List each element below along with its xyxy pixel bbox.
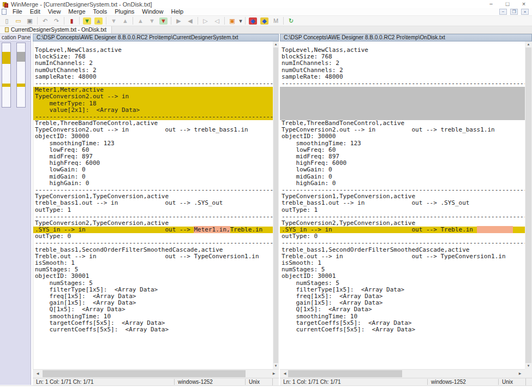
location-diff-band[interactable] [2, 52, 10, 64]
editor-line[interactable]: numOutChannels: 2 [280, 67, 525, 74]
child-close-icon[interactable]: × [521, 9, 529, 15]
editor-line[interactable]: smoothingTime: 123 [33, 140, 273, 147]
select-files-button[interactable]: ▮ [66, 16, 77, 26]
open-button[interactable]: ▭ [13, 16, 24, 26]
scroll-up-icon[interactable]: ▲ [525, 41, 532, 47]
editor-line[interactable]: numStages: 5 [33, 280, 273, 287]
editor-line[interactable]: numInChannels: 2 [280, 60, 525, 67]
ghost-line[interactable] [280, 87, 525, 93]
left-hscroll-thumb[interactable] [43, 370, 246, 377]
editor-line[interactable]: treble_bass1,SecondOrderFilterSmoothedCa… [280, 247, 525, 253]
editor-line[interactable]: Q[1x5]: <Array Data> [280, 306, 525, 313]
right-horizontal-scrollbar[interactable]: ◀ ▶ [280, 369, 525, 378]
menu-file[interactable]: File [9, 8, 26, 15]
merge-mode-button[interactable]: M [270, 16, 282, 26]
editor-line[interactable]: numOutChannels: 2 [33, 67, 273, 74]
child-minimize-icon[interactable]: − [499, 9, 507, 15]
right-file-path-header[interactable]: C:\DSP Concepts\AWE Designer 8.B.0.0.RC2… [280, 34, 532, 41]
scroll-right-icon[interactable]: ▶ [516, 370, 524, 378]
copy-left-advance-button[interactable]: ◁ [211, 16, 223, 26]
location-diff-band[interactable] [17, 84, 25, 87]
menu-help[interactable]: Help [167, 8, 187, 15]
editor-line[interactable]: Q[1x5]: <Array Data> [33, 306, 273, 313]
editor-line[interactable]: numStages: 5 [280, 280, 525, 287]
minimize-icon[interactable]: − [483, 0, 499, 8]
tab-compare-files[interactable]: CurrentDesignerSystem.txt - OnDisk.txt [0, 26, 112, 33]
auto-merge-dropdown-button[interactable]: ▾ [238, 16, 243, 26]
ghost-line[interactable] [280, 107, 525, 114]
editor-line[interactable]: midGain: 0 [33, 174, 273, 180]
editor-line[interactable]: outType: 1 [33, 207, 273, 213]
editor-line[interactable]: lowGain: 0 [33, 167, 273, 173]
next-difference-x2-button[interactable]: ▼ [108, 16, 119, 26]
scroll-right-icon[interactable]: ▶ [270, 370, 278, 378]
first-difference-button[interactable]: ▲ [135, 16, 146, 26]
child-restore-icon[interactable]: ❐ [510, 9, 518, 15]
editor-line[interactable]: objectID: 30000 [33, 133, 273, 140]
auto-merge-button[interactable]: ▣ [226, 16, 238, 26]
editor-line[interactable]: ----------------------------------------… [33, 240, 273, 246]
editor-line[interactable]: treble_bass1,SecondOrderFilterSmoothedCa… [33, 247, 273, 253]
location-diff-band[interactable] [2, 84, 10, 87]
scroll-up-icon[interactable]: ▲ [273, 41, 279, 47]
next-difference-button[interactable]: ▼ [81, 16, 93, 26]
menu-tools[interactable]: Tools [89, 8, 111, 15]
copy-right-advance-button[interactable]: ▷ [200, 16, 211, 26]
save-button[interactable]: ▣ [24, 16, 35, 26]
editor-line[interactable]: ----------------------------------------… [280, 240, 525, 246]
compare-files-button[interactable]: ◆ [247, 16, 259, 26]
previous-difference-x2-button[interactable]: ▲ [119, 16, 131, 26]
menu-plugins[interactable]: Plugins [111, 8, 138, 15]
left-editor[interactable]: TopLevel,NewClass,activeblockSize: 768nu… [33, 41, 273, 369]
left-horizontal-scrollbar[interactable]: ◀ ▶ [33, 369, 279, 378]
editor-line[interactable]: currentCoeffs[5x5]: <Array Data> [33, 326, 273, 333]
menu-view[interactable]: View [44, 8, 65, 15]
location-bar-right[interactable] [16, 43, 26, 108]
swap-panes-button[interactable]: ◆ [259, 16, 270, 26]
menu-window[interactable]: Window [138, 8, 167, 15]
editor-line[interactable]: smoothingTime: 10 [280, 313, 525, 320]
editor-line[interactable]: objectID: 30001 [33, 273, 273, 280]
ghost-line[interactable] [280, 93, 525, 100]
diff-line[interactable]: meterType: 18 [33, 100, 273, 107]
editor-line[interactable]: objectID: 30000 [280, 133, 525, 140]
editor-line[interactable]: lowGain: 0 [280, 167, 525, 173]
maximize-icon[interactable]: □ [499, 0, 516, 8]
refresh-button[interactable]: ↻ [285, 16, 297, 26]
last-difference-button[interactable]: ▼ [146, 16, 158, 26]
editor-line[interactable]: numInChannels: 2 [33, 60, 273, 67]
right-editor[interactable]: TopLevel,NewClass,activeblockSize: 768nu… [280, 41, 525, 369]
location-bar-left[interactable] [2, 43, 11, 108]
close-icon[interactable]: × [516, 0, 532, 8]
scroll-down-icon[interactable]: ▼ [273, 363, 279, 369]
editor-line[interactable]: objectID: 30001 [280, 273, 525, 280]
right-vertical-scrollbar[interactable]: ▲ ▼ [525, 41, 532, 369]
editor-line[interactable]: outType: 1 [280, 207, 525, 213]
editor-line[interactable]: treble_bass1.out --> in out --> .SYS_out [280, 200, 525, 206]
editor-line[interactable]: smoothingTime: 10 [33, 313, 273, 320]
editor-line[interactable]: ----------------------------------------… [280, 80, 525, 87]
right-vscroll-thumb[interactable] [525, 47, 531, 363]
current-difference-button[interactable]: ▼ [158, 16, 169, 26]
right-hscroll-thumb[interactable] [288, 370, 402, 377]
new-file-button[interactable]: ▯ [1, 16, 13, 26]
copy-right-button[interactable]: ▶ [173, 16, 184, 26]
undo-button[interactable]: ↶ [39, 16, 51, 26]
editor-line[interactable]: smoothingTime: 123 [280, 140, 525, 147]
scroll-down-icon[interactable]: ▼ [525, 363, 532, 369]
location-ghost-band[interactable] [17, 52, 25, 62]
left-vscroll-thumb[interactable] [273, 47, 278, 363]
editor-line[interactable]: treble_bass1.out --> in out --> .SYS_out [33, 200, 273, 206]
scroll-left-icon[interactable]: ◀ [281, 370, 289, 378]
redo-button[interactable]: ↷ [51, 16, 62, 26]
menu-merge[interactable]: Merge [64, 8, 89, 15]
ghost-line[interactable] [280, 100, 525, 107]
previous-difference-button[interactable]: ▲ [93, 16, 104, 26]
diff-line[interactable]: TypeConversion2.out --> in [33, 93, 273, 100]
editor-line[interactable]: currentCoeffs[5x5]: <Array Data> [280, 326, 525, 333]
copy-left-button[interactable]: ◀ [184, 16, 196, 26]
left-vertical-scrollbar[interactable]: ▲ ▼ [273, 41, 279, 369]
scroll-left-icon[interactable]: ◀ [34, 370, 41, 378]
editor-line[interactable]: midGain: 0 [280, 174, 525, 180]
menu-edit[interactable]: Edit [26, 8, 44, 15]
